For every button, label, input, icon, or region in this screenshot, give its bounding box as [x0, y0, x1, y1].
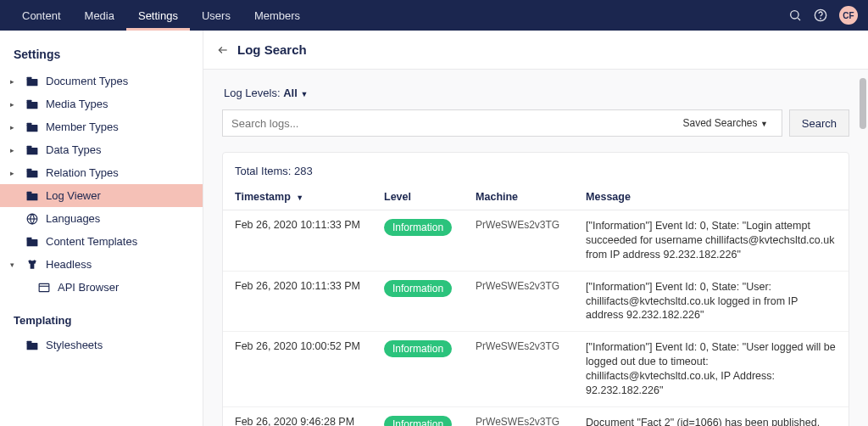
- folder-icon: [25, 122, 39, 132]
- sidebar-item-label: Headless: [46, 258, 92, 271]
- table-row[interactable]: Feb 26, 2020 10:11:33 PMInformationPrWeS…: [223, 210, 849, 272]
- svg-rect-20: [39, 283, 49, 291]
- svg-rect-15: [27, 191, 32, 194]
- tshirt-icon: [25, 259, 39, 271]
- sidebar-item-headless[interactable]: ▾Headless: [0, 253, 203, 276]
- svg-rect-10: [27, 148, 38, 154]
- search-button[interactable]: Search: [789, 109, 849, 137]
- chevron-down-icon: ▼: [760, 120, 768, 128]
- search-row: Saved Searches ▼ Search: [222, 109, 849, 137]
- sidebar-item-label: Relation Types: [46, 166, 119, 179]
- sidebar-item-document-types[interactable]: ▸Document Types: [0, 70, 203, 92]
- sidebar-item-content-templates[interactable]: Content Templates: [0, 230, 203, 253]
- cell-message: Document "Fact 2" (id=1066) has been pub…: [574, 406, 849, 426]
- expand-caret-icon: ▸: [10, 169, 19, 177]
- svg-rect-9: [27, 122, 32, 126]
- cell-machine: PrWeSWEs2v3TG: [464, 210, 574, 272]
- sidebar-item-log-viewer[interactable]: Log Viewer: [0, 184, 203, 207]
- topnav-item-media[interactable]: Media: [73, 1, 126, 31]
- sidebar-item-label: Log Viewer: [46, 189, 101, 202]
- saved-searches-label: Saved Searches: [682, 117, 757, 129]
- folder-icon: [25, 168, 39, 178]
- sidebar-item-relation-types[interactable]: ▸Relation Types: [0, 161, 203, 184]
- sidebar-item-data-types[interactable]: ▸Data Types: [0, 138, 203, 161]
- sidebar-item-member-types[interactable]: ▸Member Types: [0, 115, 203, 138]
- top-nav: ContentMediaSettingsUsersMembers CF: [0, 0, 868, 31]
- cell-timestamp: Feb 26, 2020 9:46:28 PM: [223, 406, 372, 426]
- top-nav-right: CF: [788, 6, 858, 25]
- svg-rect-6: [27, 102, 38, 109]
- sidebar-item-label: Member Types: [46, 121, 119, 133]
- table-row[interactable]: Feb 26, 2020 10:00:52 PMInformationPrWeS…: [223, 332, 849, 407]
- globe-icon: [25, 213, 39, 225]
- saved-searches-dropdown[interactable]: Saved Searches ▼: [677, 117, 772, 129]
- level-badge: Information: [384, 340, 452, 357]
- topnav-item-users[interactable]: Users: [190, 1, 242, 31]
- cell-message: ["Information"] Event Id: 0, State: "Use…: [574, 271, 849, 332]
- folder-icon: [25, 99, 39, 109]
- col-timestamp[interactable]: Timestamp ▼: [223, 184, 372, 210]
- sidebar-item-languages[interactable]: Languages: [0, 207, 203, 230]
- content: Log Levels: All ▼ Saved Searches ▼ Searc…: [203, 70, 868, 426]
- level-badge: Information: [384, 280, 452, 297]
- expand-caret-icon: ▸: [10, 123, 19, 132]
- level-badge: Information: [384, 219, 452, 236]
- expand-caret-icon: ▸: [10, 146, 19, 154]
- topnav-item-settings[interactable]: Settings: [126, 1, 190, 31]
- log-levels-value: All: [283, 87, 298, 99]
- main: Log Search Log Levels: All ▼ Saved Searc…: [203, 31, 868, 426]
- svg-rect-18: [27, 239, 38, 246]
- cell-level: Information: [372, 210, 464, 272]
- col-level[interactable]: Level: [372, 184, 464, 210]
- table-row[interactable]: Feb 26, 2020 10:11:33 PMInformationPrWeS…: [223, 271, 849, 332]
- avatar[interactable]: CF: [839, 6, 858, 25]
- sidebar: Settings ▸Document Types▸Media Types▸Mem…: [0, 31, 203, 426]
- sidebar-item-api-browser[interactable]: API Browser: [0, 276, 203, 299]
- cell-level: Information: [372, 332, 464, 407]
- cell-message: ["Information"] Event Id: 0, State: "Log…: [574, 210, 849, 272]
- svg-rect-11: [27, 145, 32, 149]
- sidebar-item-media-types[interactable]: ▸Media Types: [0, 92, 203, 115]
- page-header: Log Search: [203, 31, 868, 70]
- total-items: Total Items: 283: [223, 161, 849, 184]
- folder-icon: [25, 191, 39, 201]
- total-items-label: Total Items:: [235, 165, 291, 177]
- cell-machine: PrWeSWEs2v3TG: [464, 271, 574, 332]
- help-icon[interactable]: [814, 8, 827, 22]
- sidebar-item-label: Media Types: [46, 98, 108, 110]
- topnav-item-members[interactable]: Members: [242, 1, 312, 31]
- cell-level: Information: [372, 271, 464, 332]
- sidebar-item-label: Document Types: [46, 75, 128, 87]
- cell-timestamp: Feb 26, 2020 10:11:33 PM: [223, 271, 372, 332]
- scrollbar[interactable]: [858, 73, 868, 426]
- sidebar-item-stylesheets[interactable]: Stylesheets: [0, 334, 203, 356]
- col-machine[interactable]: Machine: [464, 184, 574, 210]
- page-title: Log Search: [237, 42, 307, 57]
- log-levels-label: Log Levels:: [224, 87, 281, 99]
- total-items-value: 283: [294, 165, 313, 177]
- cell-machine: PrWeSWEs2v3TG: [464, 332, 574, 407]
- log-levels-filter[interactable]: Log Levels: All ▼: [222, 81, 849, 109]
- back-arrow-icon[interactable]: [217, 44, 229, 56]
- col-message[interactable]: Message: [574, 184, 849, 210]
- topnav-item-content[interactable]: Content: [10, 1, 73, 31]
- sort-desc-icon: ▼: [296, 193, 303, 202]
- col-timestamp-label: Timestamp: [235, 191, 291, 203]
- sidebar-item-label: API Browser: [58, 281, 119, 294]
- sidebar-item-label: Languages: [46, 212, 100, 225]
- svg-rect-12: [27, 171, 38, 177]
- svg-rect-13: [27, 168, 32, 171]
- document-icon: [25, 76, 39, 87]
- search-icon[interactable]: [788, 8, 802, 22]
- cell-level: Information: [372, 406, 464, 426]
- svg-rect-23: [27, 340, 32, 344]
- folder-icon: [25, 340, 39, 350]
- svg-rect-4: [27, 79, 38, 86]
- search-input[interactable]: [231, 117, 677, 130]
- table-row[interactable]: Feb 26, 2020 9:46:28 PMInformationPrWeSW…: [223, 406, 849, 426]
- folder-icon: [25, 237, 39, 247]
- sidebar-title: Settings: [0, 37, 203, 70]
- sidebar-item-label: Stylesheets: [46, 339, 103, 351]
- cell-message: ["Information"] Event Id: 0, State: "Use…: [574, 332, 849, 407]
- sidebar-item-label: Data Types: [46, 143, 102, 156]
